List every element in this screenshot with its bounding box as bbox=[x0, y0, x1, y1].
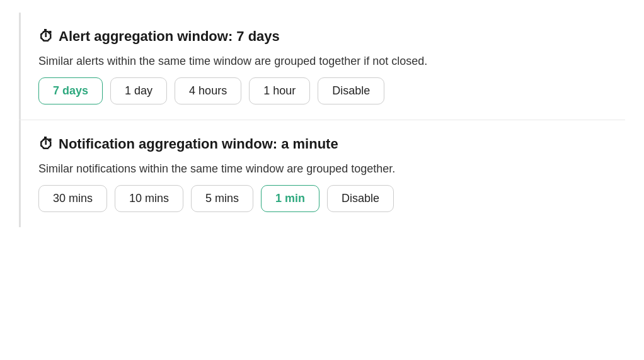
notification-description: Similar notifications within the same ti… bbox=[38, 160, 480, 177]
alert-aggregation-section: ⏱ Alert aggregation window: 7 days Simil… bbox=[19, 13, 631, 120]
alert-description: Similar alerts within the same time wind… bbox=[38, 53, 480, 70]
alert-timer-icon: ⏱ bbox=[38, 28, 54, 45]
notification-disable-button[interactable]: Disable bbox=[327, 185, 394, 212]
notification-section-title: ⏱ Notification aggregation window: a min… bbox=[38, 135, 616, 153]
alert-7days-button[interactable]: 7 days bbox=[38, 77, 103, 104]
settings-container: ⏱ Alert aggregation window: 7 days Simil… bbox=[13, 13, 631, 227]
notification-10mins-button[interactable]: 10 mins bbox=[115, 185, 183, 212]
alert-section-title: ⏱ Alert aggregation window: 7 days bbox=[38, 28, 616, 45]
alert-4hours-button[interactable]: 4 hours bbox=[175, 77, 241, 104]
notification-1min-button[interactable]: 1 min bbox=[261, 185, 319, 212]
alert-1day-button[interactable]: 1 day bbox=[110, 77, 167, 104]
notification-title-text: Notification aggregation window: a minut… bbox=[59, 136, 338, 152]
notification-button-row: 30 mins 10 mins 5 mins 1 min Disable bbox=[38, 185, 616, 212]
notification-5mins-button[interactable]: 5 mins bbox=[191, 185, 253, 212]
alert-1hour-button[interactable]: 1 hour bbox=[249, 77, 310, 104]
alert-button-row: 7 days 1 day 4 hours 1 hour Disable bbox=[38, 77, 616, 104]
alert-disable-button[interactable]: Disable bbox=[318, 77, 384, 104]
notification-timer-icon: ⏱ bbox=[38, 135, 54, 153]
notification-30mins-button[interactable]: 30 mins bbox=[38, 185, 107, 212]
notification-aggregation-section: ⏱ Notification aggregation window: a min… bbox=[19, 120, 631, 227]
alert-title-text: Alert aggregation window: 7 days bbox=[59, 28, 280, 45]
